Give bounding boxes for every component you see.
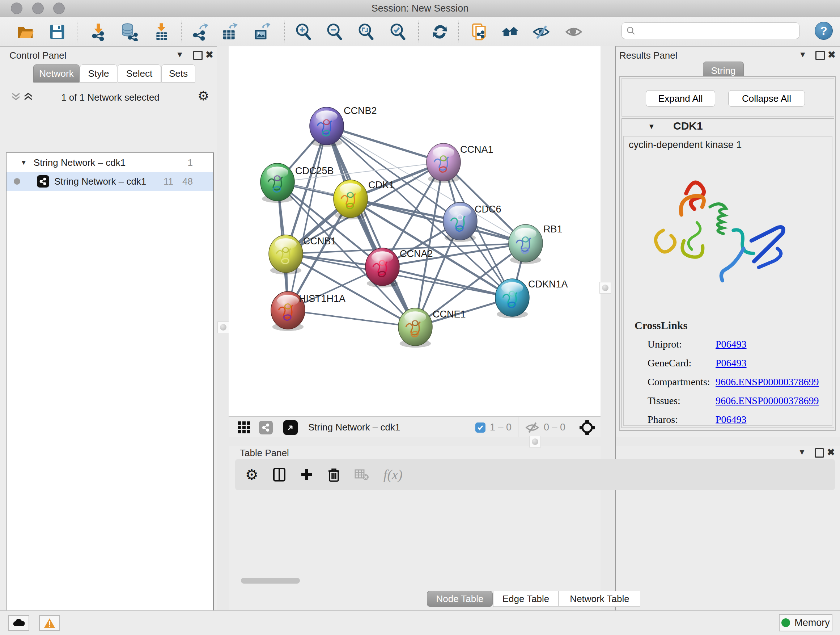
netbar-separator [278,417,278,438]
tab-edge-table[interactable]: Edge Table [493,591,559,607]
crosslink-link[interactable]: 9606.ENSP00000378699 [715,376,819,388]
export-image-icon[interactable] [253,23,271,41]
tab-network[interactable]: Network [33,65,80,82]
fit-selected-crosshair-icon[interactable] [579,419,595,436]
window-title: Session: New Session [0,3,840,14]
crosslink-row: Pharos:P06493 [624,410,832,429]
network-node-rb1[interactable]: RB1 [508,224,562,264]
crosslink-label: Pharos: [647,414,678,425]
collection-count: 1 [188,157,193,168]
network-view-canvas[interactable]: CCNB2CCNA1CDC25BCDK1CDC6RB1CCNB1CCNA2CDK… [229,46,600,416]
table-panel-maximize-icon[interactable] [815,448,824,458]
import-network-file-icon[interactable] [89,23,107,41]
crosslink-row: Tissues:9606.ENSP00000378699 [624,391,832,410]
zoom-in-icon[interactable] [294,23,313,41]
control-panel-maximize-icon[interactable] [193,51,202,60]
import-table-file-icon[interactable] [152,23,171,41]
svg-text:CDC25B: CDC25B [295,165,334,176]
crosslink-link[interactable]: P06493 [715,414,747,425]
current-network-name: String Network – cdk1 [308,422,400,433]
gene-description: cyclin-dependent kinase 1 [629,139,742,150]
crosslink-label: Compartments: [647,376,710,388]
svg-text:CCNE1: CCNE1 [433,309,466,320]
control-panel-float-icon[interactable]: ▼ [176,50,184,59]
network-graph[interactable]: CCNB2CCNA1CDC25BCDK1CDC6RB1CCNB1CCNA2CDK… [229,46,600,416]
tab-network-table[interactable]: Network Table [559,591,640,607]
control-panel-close-icon[interactable]: ✖ [205,49,213,60]
control-panel-title: Control Panel [9,50,66,61]
network-collection-label: String Network – cdk1 [34,157,126,168]
selected-checkbox-icon[interactable] [475,423,485,432]
show-all-eye-icon[interactable] [565,23,583,41]
save-session-icon[interactable] [48,23,66,41]
tab-style[interactable]: Style [80,65,117,82]
open-session-icon[interactable] [16,23,34,41]
crosslink-row: GeneCard:P06493 [624,354,832,372]
collapse-all-button[interactable]: Collapse All [728,90,805,107]
section-collapse-icon[interactable]: ▼ [648,122,655,131]
tab-sets[interactable]: Sets [161,65,195,82]
svg-text:CCNB1: CCNB1 [303,236,336,247]
results-panel-float-icon[interactable]: ▼ [799,50,807,59]
crosslink-row: Compartments:9606.ENSP00000378699 [624,372,832,391]
duplicate-network-icon[interactable] [470,23,488,41]
birds-eye-view-icon[interactable] [283,420,298,435]
zoom-selected-icon[interactable] [389,23,407,41]
tab-node-table[interactable]: Node Table [427,591,493,607]
import-network-database-icon[interactable] [120,23,138,41]
network-tree-item-row[interactable]: String Network – cdk1 11 48 [6,172,213,191]
show-columns-icon[interactable] [273,467,286,482]
results-panel-maximize-icon[interactable] [815,51,825,60]
grid-view-icon[interactable] [237,421,251,434]
network-options-gear-icon[interactable]: ⚙ [197,88,209,103]
collapse-all-networks-icon[interactable] [11,91,21,102]
network-node-cdkn1a[interactable]: CDKN1A [495,279,568,318]
cloud-status-icon[interactable] [8,615,29,631]
export-table-icon[interactable] [221,23,239,41]
network-node-ccna1[interactable]: CCNA1 [426,143,493,183]
zoom-out-icon[interactable] [325,23,344,41]
memory-status-button[interactable]: Memory [779,614,832,631]
svg-text:RB1: RB1 [543,224,562,234]
results-content-box: Expand All Collapse All ▼ CDK1 cyclin-de… [619,76,836,431]
crosslink-link[interactable]: P06493 [715,339,747,350]
right-splitter-handle[interactable] [600,282,611,294]
titlebar: Session: New Session [0,0,840,17]
delete-table-icon-disabled [355,469,369,481]
help-icon[interactable]: ? [815,22,833,40]
network-type-icon [37,175,49,187]
zoom-fit-icon[interactable] [357,23,375,41]
table-panel-close-icon[interactable]: ✖ [827,447,835,458]
tree-collapse-icon[interactable]: ▼ [20,158,27,166]
tab-select[interactable]: Select [118,65,161,82]
left-splitter[interactable] [217,46,229,610]
crosslink-link[interactable]: P06493 [715,357,747,369]
search-input[interactable] [636,25,789,36]
crosslinks-header: CrossLinks [635,319,687,332]
status-bar: Memory [0,610,840,635]
network-node-cdk1[interactable]: CDK1 [333,180,394,219]
table-horizontal-scrollbar[interactable] [241,578,300,584]
expand-all-button[interactable]: Expand All [646,90,715,107]
home-networks-icon[interactable] [501,23,519,41]
network-tree-root-row[interactable]: ▼ String Network – cdk1 1 [6,153,213,172]
network-node-hist1h1a[interactable]: HIST1H1A [271,291,346,331]
hidden-eye-slash-icon [525,421,539,434]
add-column-icon[interactable] [300,468,313,481]
control-panel: Control Panel ▼ ✖ Network Style Select S… [0,46,217,610]
warning-status-icon[interactable] [39,615,60,631]
hide-selected-eye-slash-icon[interactable] [532,23,550,41]
table-settings-gear-icon[interactable]: ⚙ [245,466,258,483]
export-network-icon[interactable] [190,23,208,41]
search-field[interactable] [622,22,799,39]
table-panel-float-icon[interactable]: ▼ [798,448,806,457]
network-status-dot [14,178,20,185]
refresh-icon[interactable] [431,23,449,41]
expand-all-networks-icon[interactable] [23,91,33,102]
delete-column-trash-icon[interactable] [328,467,340,482]
network-view-type-icon[interactable] [259,421,273,434]
gene-detail-box: cyclin-dependent kinase 1 [623,136,832,426]
left-splitter-handle[interactable] [218,321,229,333]
results-panel-close-icon[interactable]: ✖ [828,49,836,60]
crosslink-link[interactable]: 9606.ENSP00000378699 [715,395,819,407]
